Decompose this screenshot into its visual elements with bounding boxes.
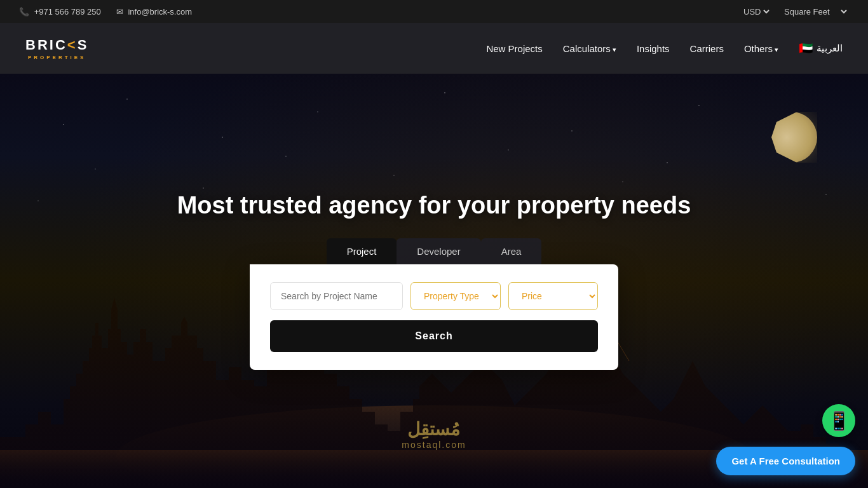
top-bar-settings: USD AED EUR Square Feet Square Meters xyxy=(741,6,849,17)
email-address: info@brick-s.com xyxy=(128,7,192,17)
logo[interactable]: BRIC<S PROPERTIES xyxy=(25,37,88,60)
nav-arabic[interactable]: 🇦🇪 العربية xyxy=(799,41,843,55)
logo-arrow: < xyxy=(67,37,78,53)
nav-insights[interactable]: Insights xyxy=(637,43,670,54)
consultation-button[interactable]: Get A Free Consultation xyxy=(716,447,855,475)
hero-section: Most trusted agency for your property ne… xyxy=(0,74,868,488)
moon-decoration xyxy=(766,112,817,163)
navbar: BRIC<S PROPERTIES New Projects Calculato… xyxy=(0,23,868,74)
price-select[interactable]: Price Under 500K 500K - 1M 1M - 2M Above… xyxy=(508,282,598,310)
watermark-arabic-text: مُستقِل xyxy=(402,419,466,440)
top-bar-contact: 📞 +971 566 789 250 ✉ info@brick-s.com xyxy=(19,7,192,17)
search-fields: Property Type Apartment Villa Townhouse … xyxy=(270,282,598,310)
top-bar: 📞 +971 566 789 250 ✉ info@brick-s.com US… xyxy=(0,0,868,23)
search-button[interactable]: Search xyxy=(270,320,598,352)
whatsapp-icon: 📱 xyxy=(828,410,850,431)
phone-info: 📞 +971 566 789 250 xyxy=(19,7,101,17)
watermark: مُستقِل mostaql.com xyxy=(402,419,466,450)
search-tabs: Project Developer Area xyxy=(0,238,868,264)
search-box: Property Type Apartment Villa Townhouse … xyxy=(250,264,618,370)
unit-select[interactable]: Square Feet Square Meters xyxy=(782,6,849,17)
nav-carriers[interactable]: Carriers xyxy=(690,43,724,54)
watermark-url: mostaql.com xyxy=(402,440,466,450)
nav-calculators[interactable]: Calculators xyxy=(563,43,616,54)
phone-icon: 📞 xyxy=(19,7,29,17)
email-info: ✉ info@brick-s.com xyxy=(116,7,192,17)
email-icon: ✉ xyxy=(116,7,123,17)
logo-subtitle: PROPERTIES xyxy=(25,55,88,60)
tab-area[interactable]: Area xyxy=(481,238,542,264)
currency-select[interactable]: USD AED EUR xyxy=(741,6,771,17)
moon-shape xyxy=(766,112,817,163)
tab-developer[interactable]: Developer xyxy=(397,238,480,264)
hero-title: Most trusted agency for your property ne… xyxy=(0,192,868,219)
tab-project[interactable]: Project xyxy=(327,238,397,264)
nav-links: New Projects Calculators Insights Carrie… xyxy=(486,41,843,55)
nav-others[interactable]: Others xyxy=(744,43,778,54)
phone-number: +971 566 789 250 xyxy=(34,7,101,17)
property-type-select[interactable]: Property Type Apartment Villa Townhouse … xyxy=(410,282,501,310)
whatsapp-button[interactable]: 📱 xyxy=(822,404,855,437)
nav-new-projects[interactable]: New Projects xyxy=(486,43,542,54)
arabic-label: العربية xyxy=(817,43,843,54)
search-input[interactable] xyxy=(270,282,403,310)
flag-icon: 🇦🇪 xyxy=(799,41,813,55)
hero-content: Most trusted agency for your property ne… xyxy=(0,192,868,370)
